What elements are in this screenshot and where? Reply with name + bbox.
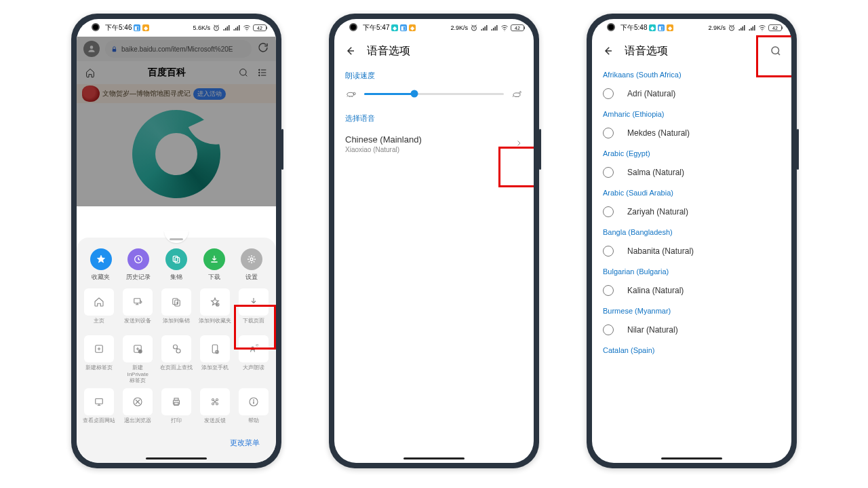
tool-icon bbox=[200, 388, 230, 415]
tool-新建标签页[interactable]: 新建标签页 bbox=[82, 335, 117, 384]
voice-option[interactable]: Adri (Natural) bbox=[592, 83, 791, 105]
back-icon[interactable] bbox=[601, 45, 614, 57]
sheet-handle[interactable] bbox=[164, 231, 189, 243]
tool-在页面上查找[interactable]: 在页面上查找 bbox=[159, 335, 194, 384]
tool-icon bbox=[123, 335, 153, 362]
tool-icon bbox=[161, 388, 191, 415]
quick-downloads[interactable]: 下载 bbox=[197, 248, 231, 282]
url-text: baike.baidu.com/item/Microsoft%20E bbox=[121, 45, 233, 53]
tool-icon bbox=[84, 388, 114, 415]
voice-option[interactable]: Kalina (Natural) bbox=[592, 280, 791, 301]
tool-添加到收藏夹[interactable]: 添加到收藏夹 bbox=[197, 288, 232, 331]
voice-subname: Xiaoxiao (Natural) bbox=[345, 146, 422, 153]
tool-下载页面[interactable]: 下载页面 bbox=[236, 288, 271, 331]
slider-track[interactable] bbox=[364, 93, 504, 95]
voice-list[interactable]: Afrikaans (South Africa)Adri (Natural)Am… bbox=[592, 65, 791, 463]
tool-label: 主页 bbox=[94, 318, 104, 331]
voice-option[interactable]: Mekdes (Natural) bbox=[592, 122, 791, 144]
page-title: 语音选项 bbox=[367, 44, 410, 58]
tool-主页[interactable]: 主页 bbox=[82, 288, 117, 331]
svg-point-2 bbox=[90, 45, 94, 49]
lang-group-header: Arabic (Egypt) bbox=[592, 144, 791, 162]
bottom-sheet-menu: 收藏夹 历史记录 集锦 下载 设置 主页发 bbox=[77, 238, 276, 463]
status-bar: 下午5:47 ◆ ◧ ◆ 2.9K/s 42 bbox=[334, 19, 534, 37]
promo-banner[interactable]: 文物贺岁—博物馆地图寻虎记 进入活动 bbox=[77, 84, 276, 103]
tool-icon bbox=[161, 288, 191, 316]
signal-icon bbox=[480, 24, 488, 32]
section-voice: 选择语音 bbox=[334, 108, 534, 126]
dragon-mascot-icon bbox=[82, 86, 100, 102]
voice-option-label: Adri (Natural) bbox=[627, 89, 675, 98]
rabbit-icon bbox=[511, 89, 523, 98]
url-bar: baike.baidu.com/item/Microsoft%20E bbox=[77, 37, 276, 61]
search-icon[interactable] bbox=[238, 67, 249, 78]
tool-发送到设备[interactable]: 发送到设备 bbox=[121, 288, 155, 331]
section-speed: 朗读速度 bbox=[334, 65, 534, 83]
refresh-button[interactable] bbox=[257, 41, 269, 56]
change-menu-link[interactable]: 更改菜单 bbox=[82, 431, 271, 448]
home-icon[interactable] bbox=[85, 67, 96, 78]
quick-favorites[interactable]: 收藏夹 bbox=[84, 248, 118, 282]
tool-label: 添加到集锦 bbox=[163, 318, 190, 331]
tool-大声朗读[interactable]: 大声朗读 bbox=[236, 335, 271, 384]
tool-label: 打印 bbox=[171, 417, 182, 431]
app-indicator-icon: ◧ bbox=[134, 24, 140, 31]
tool-icon bbox=[84, 335, 114, 362]
tool-退出浏览器[interactable]: 退出浏览器 bbox=[121, 388, 155, 431]
slider-thumb[interactable] bbox=[411, 90, 418, 98]
voice-option-label: Salma (Natural) bbox=[627, 168, 684, 177]
svg-point-36 bbox=[347, 92, 354, 96]
quick-history[interactable]: 历史记录 bbox=[121, 248, 155, 282]
svg-rect-10 bbox=[175, 258, 180, 263]
tool-添加到集锦[interactable]: 添加到集锦 bbox=[159, 288, 194, 331]
voice-option[interactable]: Salma (Natural) bbox=[592, 162, 791, 183]
voice-selector[interactable]: Chinese (Mainland) Xiaoxiao (Natural) bbox=[334, 126, 534, 162]
app-indicator-icon: ◆ bbox=[667, 24, 673, 31]
quick-label: 设置 bbox=[245, 273, 258, 282]
banner-button[interactable]: 进入活动 bbox=[193, 88, 226, 100]
url-field[interactable]: baike.baidu.com/item/Microsoft%20E bbox=[105, 40, 252, 58]
quick-settings[interactable]: 设置 bbox=[235, 248, 269, 282]
net-speed: 2.9K/s bbox=[708, 24, 726, 31]
home-indicator[interactable] bbox=[146, 457, 207, 459]
tool-查看桌面网站[interactable]: 查看桌面网站 bbox=[82, 388, 117, 431]
radio-icon bbox=[603, 324, 614, 335]
tool-label: 新建标签页 bbox=[85, 364, 113, 378]
tool-打印[interactable]: 打印 bbox=[159, 388, 194, 431]
svg-rect-27 bbox=[174, 402, 178, 406]
svg-point-35 bbox=[505, 31, 505, 31]
tool-添加至手机[interactable]: 添加至手机 bbox=[197, 335, 232, 384]
back-icon[interactable] bbox=[344, 45, 356, 57]
lock-icon bbox=[111, 45, 118, 53]
svg-point-11 bbox=[250, 258, 253, 261]
voice-option[interactable]: Nilar (Natural) bbox=[592, 319, 791, 341]
lang-group-header: Arabic (Saudi Arabia) bbox=[592, 183, 791, 201]
quick-label: 下载 bbox=[208, 273, 220, 282]
clock: 下午5:47 bbox=[363, 23, 389, 33]
net-speed: 5.6K/s bbox=[193, 24, 210, 31]
wifi-icon bbox=[500, 24, 509, 32]
svg-point-1 bbox=[247, 31, 248, 31]
svg-rect-3 bbox=[113, 49, 117, 52]
lang-group-header: Afrikaans (South Africa) bbox=[592, 65, 791, 83]
search-icon[interactable] bbox=[770, 45, 782, 57]
voice-option[interactable]: Nabanita (Natural) bbox=[592, 240, 791, 262]
menu-icon[interactable] bbox=[257, 67, 268, 78]
tool-发送反馈[interactable]: 发送反馈 bbox=[197, 388, 232, 431]
signal-icon bbox=[748, 24, 756, 32]
speed-slider[interactable] bbox=[334, 83, 534, 108]
gear-icon bbox=[241, 248, 262, 270]
alarm-icon bbox=[728, 24, 736, 32]
home-indicator[interactable] bbox=[661, 457, 722, 459]
status-bar: 下午5:48 ◆ ◧ ◆ 2.9K/s 42 bbox=[592, 19, 791, 37]
quick-collections[interactable]: 集锦 bbox=[159, 248, 193, 282]
tool-帮助[interactable]: 帮助 bbox=[236, 388, 271, 431]
signal-icon bbox=[233, 24, 241, 32]
svg-point-4 bbox=[240, 69, 246, 75]
tool-新建InPrivate标签页[interactable]: 新建InPrivate标签页 bbox=[121, 335, 155, 384]
tool-label: 大声朗读 bbox=[243, 364, 264, 378]
lang-group-header: Catalan (Spain) bbox=[592, 341, 791, 358]
profile-avatar[interactable] bbox=[83, 41, 100, 57]
voice-option[interactable]: Zariyah (Natural) bbox=[592, 201, 791, 223]
home-indicator[interactable] bbox=[403, 457, 465, 459]
